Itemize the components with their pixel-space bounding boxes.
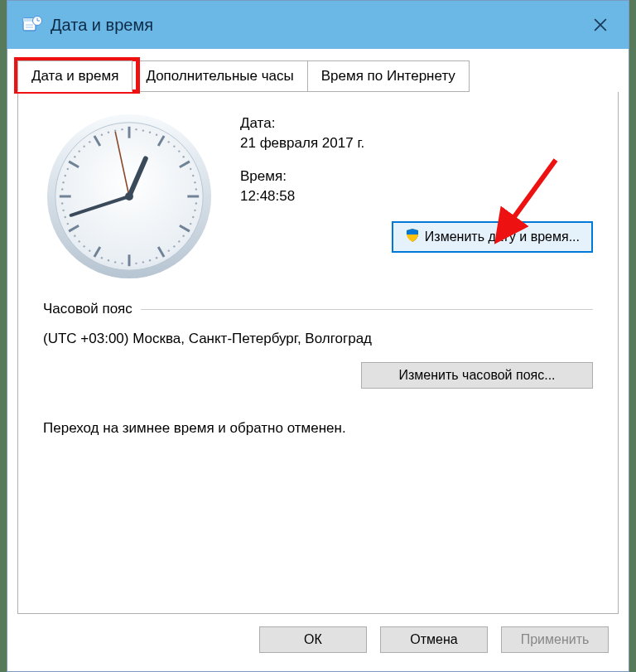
- button-label: Применить: [521, 632, 590, 647]
- svg-point-52: [83, 245, 84, 247]
- cancel-button[interactable]: Отмена: [380, 626, 488, 653]
- ok-button[interactable]: ОК: [259, 626, 367, 653]
- date-time-info: Дата: 21 февраля 2017 г. Время: 12:48:58: [240, 110, 593, 283]
- svg-point-39: [182, 235, 184, 237]
- svg-point-40: [178, 240, 180, 242]
- window-title: Дата и время: [51, 16, 584, 35]
- button-label: Отмена: [410, 632, 457, 647]
- tab-additional-clocks[interactable]: Дополнительные часы: [132, 60, 307, 92]
- svg-point-61: [65, 175, 66, 176]
- svg-point-59: [61, 188, 63, 190]
- date-time-icon: [22, 15, 42, 35]
- section-title: Часовой пояс: [43, 301, 132, 317]
- svg-point-24: [142, 129, 144, 131]
- button-label: Изменить часовой пояс...: [398, 368, 555, 383]
- svg-point-48: [114, 261, 116, 263]
- svg-point-30: [182, 156, 184, 157]
- svg-point-28: [173, 145, 175, 147]
- svg-point-51: [89, 249, 90, 251]
- svg-point-43: [156, 257, 157, 259]
- svg-point-64: [78, 150, 80, 152]
- svg-point-67: [101, 134, 103, 136]
- svg-point-34: [195, 188, 197, 190]
- svg-point-41: [173, 245, 175, 247]
- tab-label: Дата и время: [31, 68, 118, 84]
- svg-point-58: [61, 202, 63, 204]
- svg-point-56: [65, 216, 66, 218]
- svg-point-70: [121, 128, 123, 130]
- tab-content: Дата: 21 февраля 2017 г. Время: 12:48:58: [17, 92, 619, 614]
- svg-point-50: [101, 257, 103, 259]
- svg-point-74: [125, 192, 133, 201]
- svg-point-23: [135, 128, 137, 130]
- svg-point-36: [194, 210, 195, 211]
- uac-shield-icon: [405, 228, 420, 246]
- svg-point-37: [192, 216, 194, 218]
- timezone-value: (UTC +03:00) Москва, Санкт-Петербург, Во…: [43, 331, 593, 347]
- svg-point-60: [62, 181, 64, 183]
- button-label: Изменить дату и время...: [425, 230, 580, 244]
- tab-label: Дополнительные часы: [146, 68, 293, 84]
- svg-point-62: [67, 168, 69, 170]
- close-button[interactable]: [584, 8, 617, 41]
- tab-label: Время по Интернету: [321, 68, 455, 84]
- svg-point-63: [74, 156, 75, 157]
- svg-point-45: [142, 261, 144, 263]
- svg-point-55: [67, 223, 69, 225]
- tab-internet-time[interactable]: Время по Интернету: [307, 60, 470, 92]
- svg-point-46: [135, 263, 137, 264]
- change-date-time-button[interactable]: Изменить дату и время...: [392, 221, 593, 253]
- svg-point-27: [168, 141, 170, 143]
- time-value: 12:48:58: [240, 188, 593, 205]
- svg-point-47: [121, 263, 123, 264]
- svg-point-32: [192, 175, 194, 176]
- divider: [141, 309, 593, 310]
- svg-point-65: [83, 145, 84, 147]
- apply-button[interactable]: Применить: [501, 626, 609, 653]
- svg-point-69: [114, 129, 116, 131]
- button-label: ОК: [304, 632, 322, 647]
- titlebar: Дата и время: [7, 1, 629, 49]
- tab-strip: Дата и время Дополнительные часы Время п…: [7, 49, 629, 92]
- svg-point-66: [89, 141, 90, 143]
- date-time-dialog: Дата и время Дата и время Дополнительные…: [7, 0, 629, 672]
- timezone-header: Часовой пояс: [43, 301, 593, 317]
- svg-point-38: [190, 223, 191, 225]
- svg-point-57: [62, 210, 64, 211]
- svg-point-44: [149, 259, 151, 261]
- svg-point-26: [156, 134, 157, 136]
- svg-point-31: [190, 168, 191, 170]
- date-value: 21 февраля 2017 г.: [240, 135, 593, 152]
- change-timezone-button[interactable]: Изменить часовой пояс...: [361, 362, 593, 389]
- tab-date-time[interactable]: Дата и время: [17, 60, 132, 92]
- svg-point-25: [149, 132, 151, 133]
- svg-point-42: [168, 249, 170, 251]
- dialog-footer: ОК Отмена Применить: [259, 626, 609, 653]
- svg-point-68: [108, 132, 109, 133]
- svg-point-29: [178, 150, 180, 152]
- svg-point-54: [74, 235, 75, 237]
- dst-status: Переход на зимнее время и обратно отмене…: [43, 420, 593, 437]
- svg-point-35: [195, 202, 197, 204]
- date-label: Дата:: [240, 115, 593, 132]
- svg-point-33: [194, 181, 195, 183]
- time-label: Время:: [240, 168, 593, 185]
- svg-point-53: [78, 240, 80, 242]
- analog-clock: [43, 110, 215, 283]
- svg-point-49: [108, 259, 109, 261]
